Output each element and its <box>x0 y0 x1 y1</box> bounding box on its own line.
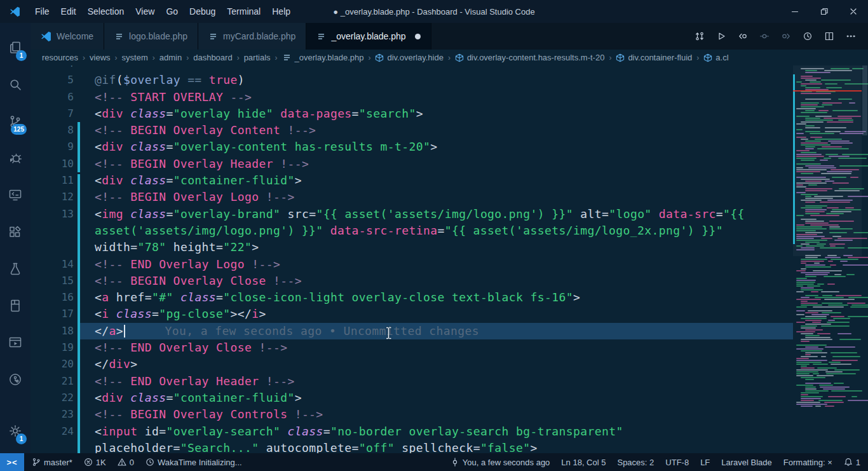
tab-myCard-blade-php[interactable]: myCard.blade.php <box>198 23 306 50</box>
code-line[interactable]: <!-- END Overlay Close !--> <box>80 339 793 356</box>
status-formatting[interactable]: Formatting: × <box>783 458 832 467</box>
menu-go[interactable]: Go <box>160 6 184 17</box>
restore-button[interactable] <box>810 0 839 23</box>
line-number[interactable] <box>31 222 74 239</box>
nav-circle-button[interactable] <box>756 28 773 44</box>
code-line[interactable]: <div class="container-fluid"> <box>80 172 793 189</box>
breadcrumb-item[interactable]: views <box>90 53 111 62</box>
line-number[interactable]: 23 <box>31 406 74 423</box>
code-line[interactable]: <div class="overlay hide" data-pages="se… <box>80 106 793 122</box>
status-lf[interactable]: LF <box>700 458 710 467</box>
breadcrumb-item[interactable]: dashboard <box>193 53 232 62</box>
line-number[interactable]: 10 <box>31 156 74 172</box>
scrollbar-slider[interactable] <box>862 65 867 135</box>
code-line[interactable]: <!-- END Overlay Logo !--> <box>80 256 793 273</box>
code-line[interactable]: <!-- END Overlay Header !--> <box>80 373 793 390</box>
minimap[interactable] <box>793 65 862 453</box>
activity-search[interactable] <box>0 66 31 103</box>
breadcrumb-item[interactable]: partials <box>244 53 271 62</box>
code-line[interactable]: <input id="overlay-search" class="no-bor… <box>80 423 793 440</box>
close-button[interactable] <box>839 0 868 23</box>
remote-indicator[interactable]: >< <box>0 453 24 471</box>
status-ln-18-col-5[interactable]: Ln 18, Col 5 <box>561 458 606 467</box>
line-number[interactable]: 16 <box>31 289 74 306</box>
breadcrumb-item[interactable]: admin <box>159 53 182 62</box>
line-number[interactable]: 12 <box>31 189 74 205</box>
tab-_overlay-blade-php[interactable]: _overlay.blade.php <box>306 23 431 50</box>
breadcrumb-item[interactable]: div.overlay-content.has-results.m-t-20 <box>455 53 605 62</box>
code-area[interactable]: 45@if($overlay == true)6<!-- START OVERL… <box>31 65 793 453</box>
code-editor[interactable]: 45@if($overlay == true)6<!-- START OVERL… <box>31 65 868 453</box>
code-line[interactable]: <!-- START OVERLAY --> <box>80 89 793 106</box>
status-wakatime-initializing[interactable]: WakaTime Initializing... <box>146 458 242 467</box>
code-line[interactable]: <!-- BEGIN Overlay Header !--> <box>80 156 793 172</box>
breadcrumb-item[interactable]: div.container-fluid <box>616 53 692 62</box>
status-1k[interactable]: 1K <box>84 458 106 467</box>
activity-remote-explorer[interactable] <box>0 177 31 214</box>
activity-bookmarks[interactable] <box>0 287 31 324</box>
git-compare-button[interactable] <box>691 28 708 44</box>
code-line[interactable]: <i class="pg-close"></i> <box>80 306 793 322</box>
vertical-scrollbar[interactable] <box>862 65 868 453</box>
line-number[interactable]: 6 <box>31 89 74 106</box>
line-number[interactable]: 8 <box>31 122 74 139</box>
line-number[interactable]: 18 <box>31 323 74 339</box>
line-number[interactable]: 15 <box>31 273 74 289</box>
run-button[interactable] <box>713 28 729 44</box>
code-line[interactable]: width="78" height="22"> <box>80 239 793 256</box>
menu-file[interactable]: File <box>29 6 55 17</box>
activity-settings[interactable]: 1 <box>0 413 31 449</box>
line-number[interactable]: 11 <box>31 172 74 189</box>
activity-source-control[interactable]: 125 <box>0 103 31 140</box>
tab-logo-blade-php[interactable]: logo.blade.php <box>104 23 198 50</box>
tab-Welcome[interactable]: Welcome <box>31 23 104 50</box>
breadcrumb-item[interactable]: resources <box>42 53 78 62</box>
line-number[interactable]: 20 <box>31 356 74 372</box>
history-button[interactable] <box>799 28 816 44</box>
status-you-a-few-seconds-ago[interactable]: You, a few seconds ago <box>451 458 550 467</box>
nav-forward-button[interactable] <box>778 28 794 44</box>
code-line[interactable]: <!-- BEGIN Overlay Controls !--> <box>80 406 793 423</box>
line-number[interactable]: 5 <box>31 72 74 88</box>
status-laravel-blade[interactable]: Laravel Blade <box>721 458 772 467</box>
minimap-slider[interactable] <box>793 65 862 256</box>
menu-view[interactable]: View <box>130 6 160 17</box>
code-line[interactable]: <div class="container-fluid"> <box>80 390 793 406</box>
activity-gitlens[interactable] <box>0 361 31 398</box>
modified-dot[interactable] <box>415 34 421 39</box>
code-line[interactable]: <!-- BEGIN Overlay Logo !--> <box>80 189 793 205</box>
code-line[interactable]: <!-- BEGIN Overlay Close !--> <box>80 273 793 289</box>
more-actions-button[interactable] <box>843 28 859 44</box>
activity-explorer[interactable]: 1 <box>0 29 31 66</box>
line-number[interactable]: 24 <box>31 423 74 440</box>
activity-debug[interactable] <box>0 140 31 177</box>
line-number[interactable] <box>31 239 74 256</box>
line-number[interactable]: 19 <box>31 339 74 356</box>
code-line[interactable]: placeholder="Search..." autocomplete="of… <box>80 440 793 453</box>
breadcrumb-item[interactable]: _overlay.blade.php <box>282 53 364 62</box>
code-line[interactable]: <a href="#" class="close-icon-light over… <box>80 289 793 306</box>
status-spaces-2[interactable]: Spaces: 2 <box>617 458 654 467</box>
split-editor-button[interactable] <box>821 28 837 44</box>
status-utf-8[interactable]: UTF-8 <box>665 458 689 467</box>
minimize-button[interactable] <box>780 0 810 23</box>
activity-extensions[interactable] <box>0 214 31 250</box>
menu-selection[interactable]: Selection <box>82 6 130 17</box>
line-number[interactable]: 17 <box>31 306 74 322</box>
activity-browser-preview[interactable] <box>0 324 31 361</box>
code-line[interactable]: </div> <box>80 356 793 372</box>
line-number[interactable]: 7 <box>31 106 74 122</box>
code-line[interactable]: <img class="overlay-brand" src="{{ asset… <box>80 206 793 222</box>
status-master[interactable]: master* <box>32 458 72 467</box>
breadcrumb-item[interactable]: a.cl <box>703 53 728 62</box>
menu-debug[interactable]: Debug <box>184 6 221 17</box>
code-line[interactable]: <!-- BEGIN Overlay Content !--> <box>80 122 793 139</box>
code-line[interactable] <box>80 65 793 72</box>
line-number[interactable]: 21 <box>31 373 74 390</box>
status-0[interactable]: 0 <box>118 458 134 467</box>
nav-back-button[interactable] <box>735 28 751 44</box>
breadcrumb-item[interactable]: div.overlay.hide <box>375 53 443 62</box>
activity-testing[interactable] <box>0 250 31 287</box>
line-number[interactable]: 9 <box>31 139 74 155</box>
line-number[interactable]: 13 <box>31 206 74 222</box>
